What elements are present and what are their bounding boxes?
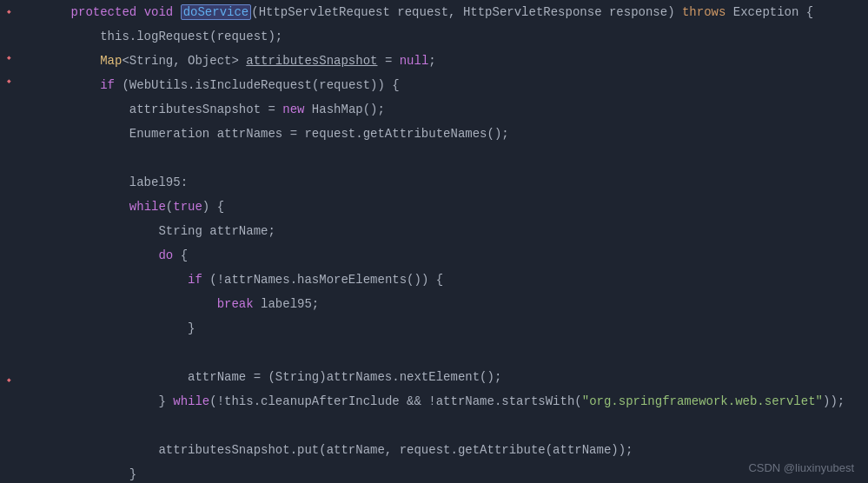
gutter-icon-9 bbox=[0, 184, 17, 207]
code-line-2: this.logRequest(request); bbox=[35, 24, 868, 49]
gutter: ⬥⬥⬥⬥ bbox=[0, 0, 35, 483]
code-line-10: String attrName; bbox=[35, 219, 868, 243]
code-line-19: attributesSnapshot.put(attrName, request… bbox=[35, 438, 868, 462]
gutter-icon-2 bbox=[0, 23, 17, 45]
gutter-icon-7 bbox=[0, 138, 17, 161]
gutter-icon-16 bbox=[0, 345, 17, 367]
watermark: CSDN @liuxinyubest bbox=[748, 461, 854, 474]
gutter-icon-5 bbox=[0, 92, 17, 115]
code-line-1: protected void doService(HttpServletRequ… bbox=[35, 0, 868, 24]
code-line-6: Enumeration attrNames = request.getAttri… bbox=[35, 122, 868, 146]
gutter-icon-10 bbox=[0, 207, 17, 229]
gutter-icon-12 bbox=[0, 253, 17, 275]
code-line-17: } while(!this.cleanupAfterInclude && !at… bbox=[35, 389, 868, 414]
gutter-icon-4: ⬥ bbox=[0, 69, 17, 91]
code-line-11: do { bbox=[35, 243, 868, 268]
gutter-icon-8 bbox=[0, 161, 17, 183]
code-line-13: break label95; bbox=[35, 292, 868, 316]
gutter-icon-11 bbox=[0, 230, 17, 253]
gutter-icon-15 bbox=[0, 322, 17, 345]
code-line-20: } bbox=[35, 462, 868, 483]
code-line-3: Map<String, Object> attributesSnapshot =… bbox=[35, 49, 868, 73]
code-line-18 bbox=[35, 414, 868, 438]
code-line-8: label95: bbox=[35, 170, 868, 195]
code-line-15 bbox=[35, 341, 868, 365]
code-container: ⬥⬥⬥⬥ protected void doService(HttpServle… bbox=[0, 0, 868, 483]
gutter-icon-21 bbox=[0, 460, 17, 482]
code-lines: protected void doService(HttpServletRequ… bbox=[35, 0, 868, 483]
code-line-9: while(true) { bbox=[35, 195, 868, 219]
code-line-4: if (WebUtils.isIncludeRequest(request)) … bbox=[35, 73, 868, 97]
gutter-icon-14 bbox=[0, 299, 17, 321]
code-line-14: } bbox=[35, 316, 868, 341]
code-line-7 bbox=[35, 146, 868, 170]
gutter-icon-20 bbox=[0, 437, 17, 460]
code-line-12: if (!attrNames.hasMoreElements()) { bbox=[35, 268, 868, 292]
gutter-icon-3: ⬥ bbox=[0, 46, 17, 69]
gutter-icon-1: ⬥ bbox=[0, 0, 17, 23]
gutter-icon-13 bbox=[0, 276, 17, 299]
gutter-icon-17: ⬥ bbox=[0, 368, 17, 391]
gutter-icon-6 bbox=[0, 115, 17, 137]
gutter-icon-18 bbox=[0, 391, 17, 414]
code-line-5: attributesSnapshot = new HashMap(); bbox=[35, 97, 868, 122]
code-line-16: attrName = (String)attrNames.nextElement… bbox=[35, 365, 868, 389]
gutter-icon-19 bbox=[0, 414, 17, 436]
